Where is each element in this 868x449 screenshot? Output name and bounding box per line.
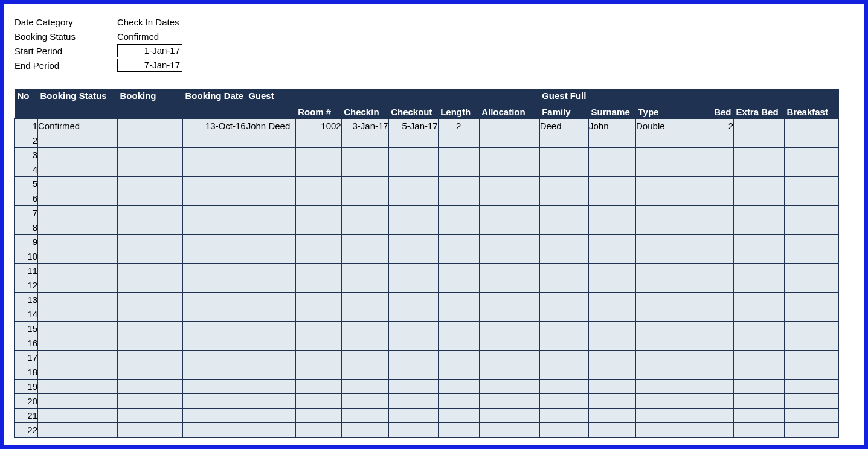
cell-breakfast[interactable] [785,220,839,234]
cell-surname[interactable] [589,278,636,292]
cell-checkin[interactable] [341,162,388,176]
cell-type[interactable] [636,133,696,147]
cell-booking[interactable] [118,350,183,365]
cell-surname[interactable] [589,321,636,336]
cell-bdate[interactable] [183,133,246,147]
cell-surname[interactable] [589,292,636,307]
cell-booking[interactable] [118,162,183,176]
cell-breakfast[interactable] [785,393,839,408]
cell-length[interactable] [438,336,479,350]
cell-breakfast[interactable] [785,307,839,321]
cell-family[interactable] [539,263,588,278]
cell-checkin[interactable] [341,191,388,205]
cell-booking[interactable] [118,422,183,437]
cell-bed[interactable] [696,162,734,176]
cell-type[interactable]: Double [636,118,696,133]
cell-bdate[interactable] [183,220,246,234]
cell-bdate[interactable] [183,393,246,408]
cell-surname[interactable] [589,365,636,379]
cell-checkin[interactable] [341,234,388,249]
cell-breakfast[interactable] [785,249,839,263]
cell-bed[interactable] [696,133,734,147]
cell-bed[interactable] [696,220,734,234]
cell-guest[interactable] [246,278,295,292]
cell-surname[interactable] [589,176,636,191]
cell-checkout[interactable] [388,365,438,379]
cell-bdate[interactable] [183,234,246,249]
cell-family[interactable] [539,249,588,263]
cell-bdate[interactable] [183,336,246,350]
cell-status[interactable] [38,234,118,249]
cell-checkin[interactable] [341,307,388,321]
cell-checkin[interactable] [341,393,388,408]
cell-length[interactable] [438,147,479,162]
cell-allocation[interactable] [479,321,539,336]
cell-checkout[interactable] [388,263,438,278]
cell-allocation[interactable] [479,147,539,162]
cell-type[interactable] [636,278,696,292]
cell-bdate[interactable] [183,176,246,191]
cell-status[interactable] [38,220,118,234]
cell-checkout[interactable] [388,234,438,249]
cell-family[interactable] [539,191,588,205]
cell-allocation[interactable] [479,162,539,176]
cell-bed[interactable] [696,379,734,393]
cell-bdate[interactable] [183,249,246,263]
cell-breakfast[interactable] [785,422,839,437]
cell-no[interactable]: 15 [15,321,38,336]
cell-no[interactable]: 21 [15,408,38,422]
cell-surname[interactable] [589,220,636,234]
cell-checkin[interactable] [341,292,388,307]
cell-checkin[interactable] [341,249,388,263]
cell-booking[interactable] [118,292,183,307]
cell-extra_bed[interactable] [734,205,785,220]
cell-length[interactable] [438,205,479,220]
cell-surname[interactable] [589,191,636,205]
cell-room[interactable] [295,278,341,292]
cell-bdate[interactable] [183,278,246,292]
cell-bdate[interactable] [183,191,246,205]
cell-type[interactable] [636,336,696,350]
cell-length[interactable] [438,350,479,365]
cell-family[interactable] [539,307,588,321]
cell-breakfast[interactable] [785,350,839,365]
cell-surname[interactable] [589,307,636,321]
cell-family[interactable] [539,365,588,379]
cell-type[interactable] [636,263,696,278]
cell-length[interactable]: 2 [438,118,479,133]
cell-type[interactable] [636,321,696,336]
cell-bed[interactable] [696,147,734,162]
cell-extra_bed[interactable] [734,307,785,321]
cell-bdate[interactable] [183,147,246,162]
cell-booking[interactable] [118,263,183,278]
cell-extra_bed[interactable] [734,234,785,249]
cell-breakfast[interactable] [785,365,839,379]
cell-guest[interactable]: John Deed [246,118,295,133]
cell-extra_bed[interactable] [734,263,785,278]
cell-guest[interactable] [246,133,295,147]
cell-checkin[interactable] [341,263,388,278]
cell-no[interactable]: 5 [15,176,38,191]
cell-no[interactable]: 7 [15,205,38,220]
cell-booking[interactable] [118,176,183,191]
cell-family[interactable] [539,292,588,307]
cell-surname[interactable] [589,336,636,350]
cell-status[interactable] [38,350,118,365]
cell-family[interactable] [539,205,588,220]
cell-booking[interactable] [118,336,183,350]
cell-bed[interactable] [696,234,734,249]
cell-allocation[interactable] [479,365,539,379]
cell-extra_bed[interactable] [734,278,785,292]
cell-bed[interactable] [696,307,734,321]
cell-bdate[interactable] [183,263,246,278]
cell-status[interactable] [38,336,118,350]
cell-checkin[interactable] [341,379,388,393]
cell-type[interactable] [636,147,696,162]
cell-bdate[interactable] [183,350,246,365]
cell-extra_bed[interactable] [734,191,785,205]
cell-booking[interactable] [118,408,183,422]
cell-family[interactable] [539,278,588,292]
cell-allocation[interactable] [479,350,539,365]
cell-extra_bed[interactable] [734,133,785,147]
cell-checkin[interactable] [341,408,388,422]
